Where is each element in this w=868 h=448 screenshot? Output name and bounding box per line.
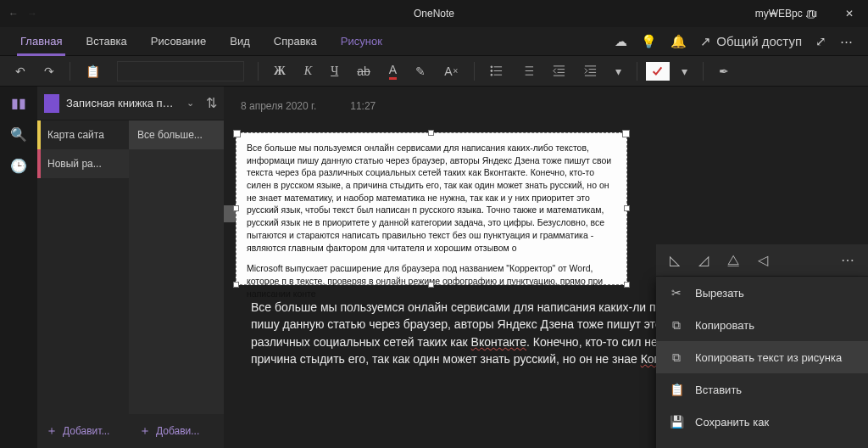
image-text-p1: Все больше мы пользуемся онлайн сервисам… — [247, 142, 616, 254]
redo-button[interactable]: ↷ — [37, 61, 61, 81]
paste-icon: 📋 — [670, 383, 683, 396]
tab-picture-context[interactable]: Рисунок — [329, 27, 394, 56]
flip-h-icon[interactable]: ⧋ — [727, 253, 739, 268]
styles-dropdown[interactable]: ▾ — [609, 61, 628, 81]
minimize-button[interactable]: ━ — [754, 0, 792, 27]
saveas-icon: 💾 — [670, 415, 683, 428]
ctx-delete[interactable]: 🗑Удалить — [656, 438, 868, 448]
inserted-image[interactable]: Все больше мы пользуемся онлайн сервисам… — [236, 132, 627, 285]
svg-point-0 — [490, 66, 492, 68]
notebook-chevron-icon[interactable]: ⌄ — [186, 98, 194, 109]
notebook-icon — [44, 94, 59, 113]
clear-format-button[interactable]: A⨯ — [437, 61, 465, 81]
numbers-button[interactable] — [515, 61, 541, 81]
section-item[interactable]: Карта сайта — [37, 120, 129, 149]
tab-view[interactable]: Вид — [218, 27, 262, 56]
undo-button[interactable]: ↶ — [8, 61, 32, 81]
share-button[interactable]: ↗Общий доступ — [700, 34, 802, 49]
flip-v-icon[interactable]: ◁ — [758, 252, 768, 268]
page-item[interactable]: Все больше... — [129, 120, 224, 149]
sort-icon[interactable]: ⇅ — [206, 95, 217, 111]
ctx-paste[interactable]: 📋Вставить — [656, 373, 868, 406]
font-selector[interactable] — [117, 61, 244, 81]
tab-help[interactable]: Справка — [262, 27, 329, 56]
bullets-button[interactable] — [483, 61, 509, 81]
section-item[interactable]: Новый ра... — [37, 149, 129, 178]
notebooks-rail-icon[interactable]: ▮▮ — [11, 95, 26, 111]
clipboard-button[interactable]: 📋 — [79, 61, 107, 81]
notebook-name[interactable]: Записная книжка п… — [66, 97, 180, 109]
sync-icon[interactable]: ☁ — [615, 34, 627, 49]
nav-back-icon[interactable]: ← — [8, 8, 19, 20]
context-menu: ✂Вырезать⧉Копировать⧉Копировать текст из… — [656, 277, 868, 448]
tab-insert[interactable]: Вставка — [74, 27, 138, 56]
close-button[interactable]: ✕ — [830, 0, 868, 27]
tag-dropdown[interactable]: ▾ — [675, 61, 694, 81]
svg-point-4 — [490, 74, 492, 76]
search-rail-icon[interactable]: 🔍 — [10, 126, 27, 143]
tab-home[interactable]: Главная — [8, 27, 74, 56]
ctx-copy[interactable]: ⧉Копировать — [656, 309, 868, 341]
app-title: OneNote — [414, 8, 454, 20]
maximize-button[interactable]: ▢ — [792, 0, 830, 27]
copy-icon: ⧉ — [670, 318, 683, 333]
italic-button[interactable]: К — [298, 61, 319, 81]
ctx-cut[interactable]: ✂Вырезать — [656, 277, 868, 309]
underline-button[interactable]: Ч — [324, 61, 345, 81]
page-time: 11:27 — [350, 100, 376, 112]
lightbulb-icon[interactable]: 💡 — [641, 34, 657, 49]
rotate-left-icon[interactable]: ◺ — [670, 252, 680, 268]
tab-draw[interactable]: Рисование — [139, 27, 218, 56]
nav-fwd-icon: → — [27, 8, 37, 20]
bold-button[interactable]: Ж — [267, 61, 292, 81]
strike-button[interactable]: ab — [350, 61, 377, 81]
fullscreen-icon[interactable]: ⤢ — [815, 34, 826, 49]
todo-tag-button[interactable] — [646, 62, 670, 81]
ctx-copytext[interactable]: ⧉Копировать текст из рисунка — [656, 341, 868, 373]
svg-point-2 — [490, 70, 492, 72]
indent-button[interactable] — [577, 61, 604, 81]
ink-button[interactable]: ✒ — [712, 61, 736, 81]
image-tools-bar: ◺ ◿ ⧋ ◁ ⋯ — [656, 244, 868, 277]
more-icon[interactable]: ⋯ — [840, 34, 853, 49]
rotate-right-icon[interactable]: ◿ — [698, 252, 709, 268]
add-page-button[interactable]: ＋Добави... — [131, 414, 224, 448]
recent-rail-icon[interactable]: 🕒 — [10, 158, 27, 174]
bell-icon[interactable]: 🔔 — [670, 34, 687, 49]
highlight-button[interactable]: ✎ — [409, 61, 432, 81]
image-more-icon[interactable]: ⋯ — [841, 252, 854, 268]
outdent-button[interactable] — [546, 61, 572, 81]
page-date: 8 апреля 2020 г. — [241, 100, 316, 112]
font-color-button[interactable]: A — [382, 59, 403, 83]
copytext-icon: ⧉ — [670, 350, 683, 365]
ctx-saveas[interactable]: 💾Сохранить как — [656, 406, 868, 438]
add-section-button[interactable]: ＋Добавит... — [37, 414, 131, 448]
cut-icon: ✂ — [670, 286, 683, 300]
